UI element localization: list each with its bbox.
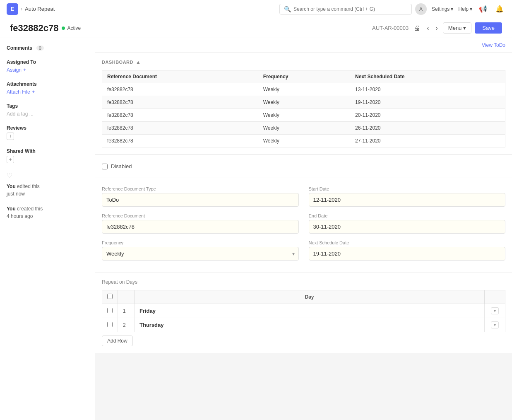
page-actions: AUT-AR-00003 🖨 ‹ › Menu ▾ Save — [372, 22, 502, 34]
attach-action: Attach File + — [7, 89, 88, 95]
repeat-select-all[interactable] — [107, 294, 113, 299]
view-todo-btn[interactable]: View ToDo — [482, 42, 505, 48]
cell-ref-doc: fe32882c78 — [102, 109, 258, 122]
start-date-input[interactable] — [309, 193, 506, 207]
cell-next-date: 26-11-2020 — [350, 122, 505, 135]
start-date-group: Start Date — [309, 186, 506, 207]
col-frequency: Frequency — [258, 70, 350, 83]
cell-ref-doc: fe32882c78 — [102, 83, 258, 96]
repeat-row-checkbox[interactable] — [107, 322, 113, 327]
content-area: View ToDo DASHBOARD ▲ Reference Document… — [95, 38, 512, 420]
start-date-label: Start Date — [309, 186, 506, 191]
repeat-row-num: 2 — [118, 318, 135, 332]
disabled-checkbox[interactable] — [102, 164, 108, 169]
list-item: 1 Friday ▾ — [102, 304, 505, 318]
col-next-date: Next Scheduled Date — [350, 70, 505, 83]
repeat-row-day: Thursday — [135, 318, 485, 332]
sidebar-assigned-to: Assigned To Assign + — [7, 59, 88, 73]
repeat-col-day: Day — [135, 290, 485, 304]
list-item: 2 Thursday ▾ — [102, 318, 505, 332]
table-row: fe32882c78 Weekly 26-11-2020 — [102, 122, 505, 135]
assign-link[interactable]: Assign — [7, 67, 22, 73]
reviews-label: Reviews — [7, 125, 88, 131]
menu-button[interactable]: Menu ▾ — [443, 22, 472, 34]
help-btn[interactable]: Help ▾ — [458, 6, 472, 12]
end-date-input[interactable] — [309, 220, 506, 234]
table-row: fe32882c78 Weekly 20-11-2020 — [102, 109, 505, 122]
add-tag-link[interactable]: Add a tag ... — [7, 111, 34, 117]
add-row-button[interactable]: Add Row — [102, 336, 133, 346]
table-header-row: Reference Document Frequency Next Schedu… — [102, 70, 505, 83]
cell-next-date: 19-11-2020 — [350, 96, 505, 109]
repeat-section-title: Repeat on Days — [102, 279, 505, 285]
content-inner: View ToDo DASHBOARD ▲ Reference Document… — [95, 38, 512, 353]
cell-next-date: 20-11-2020 — [350, 109, 505, 122]
cell-frequency: Weekly — [258, 96, 350, 109]
ref-doc-type-input[interactable] — [102, 193, 299, 207]
frequency-label: Frequency — [102, 240, 299, 245]
assign-action: Assign + — [7, 67, 88, 73]
top-nav: E › Auto Repeat 🔍 A Settings ▾ Help ▾ 📢 … — [0, 0, 512, 18]
breadcrumb-arrow: › — [21, 6, 22, 12]
status-label: Active — [67, 25, 81, 31]
repeat-row-check — [102, 318, 118, 332]
repeat-header-row: Day — [102, 290, 505, 304]
repeat-row-day: Friday — [135, 304, 485, 318]
sidebar-comments: Comments 0 — [7, 45, 88, 51]
ref-doc-group: Reference Document — [102, 213, 299, 234]
attachments-label: Attachments — [7, 81, 88, 87]
page-title: fe32882c78 — [10, 23, 58, 34]
end-date-group: End Date — [309, 213, 506, 234]
repeat-row-checkbox[interactable] — [107, 308, 113, 313]
dashboard-label: DASHBOARD — [102, 60, 133, 65]
dashboard-header: DASHBOARD ▲ — [102, 59, 505, 65]
next-icon[interactable]: › — [434, 23, 440, 34]
activity-log: You edited this just now You created thi… — [7, 183, 88, 220]
repeat-table: Day 1 Friday ▾ 2 Thursday ▾ — [102, 290, 505, 332]
status-badge: Active — [62, 25, 81, 31]
attach-file-link[interactable]: Attach File — [7, 89, 30, 95]
activity2-rest: created this — [16, 206, 43, 212]
help-chevron-icon: ▾ — [470, 6, 472, 12]
page-header: fe32882c78 Active AUT-AR-00003 🖨 ‹ › Men… — [0, 18, 512, 38]
title-area: fe32882c78 Active — [10, 23, 81, 34]
tags-label: Tags — [7, 103, 88, 109]
ref-doc-type-group: Reference Document Type — [102, 186, 299, 207]
view-todo-bar: View ToDo — [95, 38, 512, 53]
activity1-bold: You — [7, 183, 16, 189]
search-bar[interactable]: 🔍 — [279, 4, 412, 14]
prev-icon[interactable]: ‹ — [425, 23, 430, 34]
row-action-btn[interactable]: ▾ — [491, 307, 499, 314]
nav-left: E › Auto Repeat — [7, 3, 276, 15]
save-button[interactable]: Save — [475, 22, 502, 34]
doc-id: AUT-AR-00003 — [372, 25, 409, 31]
sidebar-reviews: Reviews + — [7, 125, 88, 140]
heart-icon[interactable]: ♡ — [7, 171, 88, 179]
settings-chevron-icon: ▾ — [451, 6, 453, 12]
row-action-btn[interactable]: ▾ — [491, 321, 499, 328]
search-input[interactable] — [293, 6, 407, 12]
attach-plus-icon[interactable]: + — [32, 89, 35, 95]
breadcrumb-title: Auto Repeat — [25, 6, 55, 12]
frequency-group: Frequency DailyWeeklyMonthlyQuarterlyYea… — [102, 240, 299, 261]
activity1-time: just now — [7, 191, 25, 197]
add-shared-btn[interactable]: + — [7, 156, 14, 163]
next-schedule-input[interactable] — [309, 247, 506, 261]
repeat-row-action: ▾ — [485, 304, 505, 318]
ref-doc-input[interactable] — [102, 220, 299, 234]
activity2-time: 4 hours ago — [7, 213, 33, 219]
sidebar-tags: Tags Add a tag ... — [7, 103, 88, 117]
settings-btn[interactable]: Settings ▾ — [432, 6, 453, 12]
repeat-row-action: ▾ — [485, 318, 505, 332]
assign-plus-icon[interactable]: + — [23, 67, 26, 73]
form-grid: Reference Document Type Start Date Refer… — [102, 186, 505, 261]
print-icon[interactable]: 🖨 — [412, 23, 422, 34]
bell-icon[interactable]: 🔔 — [494, 3, 505, 15]
frequency-select[interactable]: DailyWeeklyMonthlyQuarterlyYearly — [102, 247, 299, 261]
activity1-rest: edited this — [16, 183, 40, 189]
cell-frequency: Weekly — [258, 122, 350, 135]
add-review-btn[interactable]: + — [7, 133, 14, 140]
collapse-arrow-icon[interactable]: ▲ — [136, 59, 141, 65]
main-layout: Comments 0 Assigned To Assign + Attachme… — [0, 38, 512, 420]
sidebar-attachments: Attachments Attach File + — [7, 81, 88, 95]
